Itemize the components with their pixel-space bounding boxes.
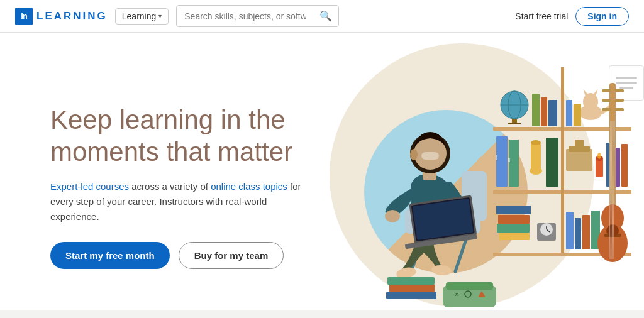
hero-section: Keep learning in the moments that matter… [0, 33, 644, 318]
sign-in-button[interactable]: Sign in [575, 7, 629, 26]
svg-text:✕: ✕ [454, 291, 459, 298]
svg-rect-11 [541, 97, 547, 126]
svg-point-69 [385, 210, 400, 222]
search-icon: 🔍 [319, 11, 332, 21]
buy-for-team-button[interactable]: Buy for my team [179, 242, 284, 269]
logo-letters: in [21, 11, 27, 21]
svg-rect-46 [582, 215, 590, 249]
search-button[interactable]: 🔍 [313, 6, 338, 26]
hero-subtitle: Expert-led courses across a variety of o… [50, 179, 302, 224]
svg-rect-49 [602, 89, 611, 92]
hero-title-line2: moments that matter [50, 137, 292, 167]
svg-rect-17 [566, 100, 572, 126]
search-input[interactable] [177, 7, 313, 26]
svg-rect-50 [602, 99, 611, 102]
chevron-down-icon: ▾ [158, 13, 162, 19]
svg-point-79 [410, 149, 418, 160]
svg-rect-44 [566, 212, 574, 249]
svg-rect-54 [615, 108, 624, 111]
bottom-decoration: ✕ [386, 254, 499, 310]
linkedin-logo-box: in [15, 8, 33, 25]
svg-point-58 [606, 224, 619, 237]
svg-rect-18 [574, 104, 581, 126]
subtitle-mid: across a variety of [129, 181, 211, 192]
svg-rect-51 [602, 108, 611, 111]
svg-rect-29 [575, 140, 584, 148]
svg-rect-52 [615, 89, 624, 92]
search-bar: 🔍 [176, 5, 339, 27]
learning-dropdown[interactable]: Learning ▾ [115, 8, 169, 25]
online-class-text: online class topics [211, 181, 287, 192]
svg-rect-53 [615, 99, 624, 102]
start-free-month-button[interactable]: Start my free month [50, 242, 170, 269]
svg-rect-4 [561, 67, 564, 253]
svg-rect-12 [548, 100, 557, 126]
svg-rect-45 [575, 218, 581, 249]
svg-rect-27 [566, 149, 592, 171]
guitar-illustration [596, 83, 630, 284]
svg-rect-24 [531, 143, 541, 172]
svg-rect-83 [389, 284, 435, 292]
svg-marker-15 [583, 89, 589, 96]
hero-actions: Start my free month Buy for my team [50, 242, 352, 269]
svg-rect-84 [387, 277, 435, 285]
navbar: in LEARNING Learning ▾ 🔍 Start free tria… [0, 0, 644, 33]
svg-rect-78 [421, 152, 439, 160]
svg-rect-82 [386, 292, 436, 299]
svg-rect-26 [546, 138, 558, 187]
svg-rect-81 [446, 282, 493, 290]
dropdown-label: Learning [122, 11, 157, 21]
bottom-strip [0, 310, 644, 318]
svg-rect-10 [532, 94, 540, 126]
expert-led-text: Expert-led courses [50, 181, 129, 192]
hero-title-line1: Keep learning in the [50, 105, 286, 134]
hero-content: Keep learning in the moments that matter… [50, 104, 352, 269]
logo: in LEARNING [15, 8, 108, 25]
start-trial-button[interactable]: Start free trial [515, 11, 568, 21]
hero-title: Keep learning in the moments that matter [50, 104, 352, 168]
logo-text: LEARNING [36, 10, 108, 23]
svg-point-25 [531, 140, 541, 145]
